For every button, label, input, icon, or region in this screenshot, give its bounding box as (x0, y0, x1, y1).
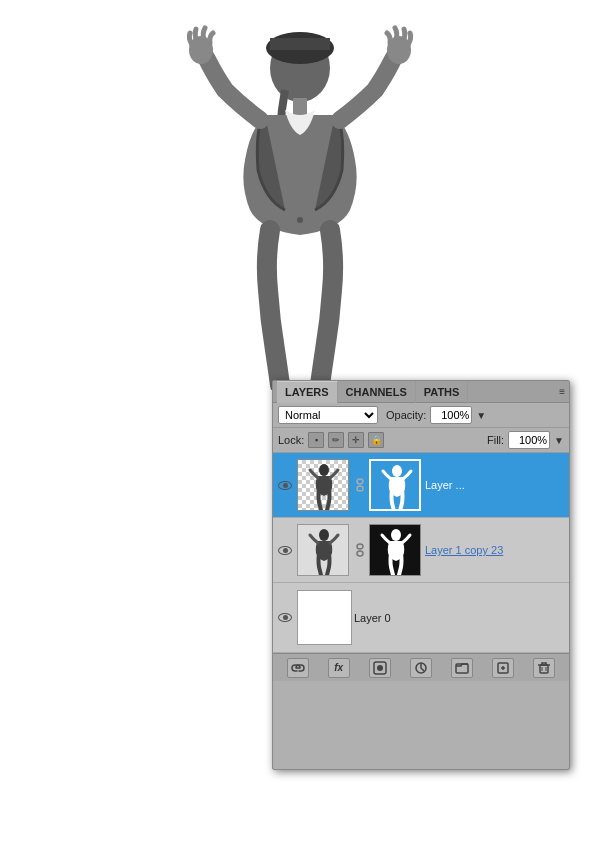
layer-1-mask-svg (371, 461, 421, 511)
layer-0-name: Layer 0 (354, 612, 566, 624)
fill-label: Fill: (487, 434, 504, 446)
tab-layers[interactable]: LAYERS (277, 381, 338, 403)
svg-rect-10 (357, 486, 363, 491)
svg-point-6 (297, 217, 303, 223)
group-icon (455, 661, 469, 675)
svg-point-21 (377, 665, 383, 671)
svg-rect-15 (357, 544, 363, 549)
adjustment-icon (414, 661, 428, 675)
svg-rect-16 (357, 551, 363, 556)
fx-icon: fx (334, 662, 343, 673)
layer-copy-thumb (297, 524, 349, 576)
layer-1-thumb-svg (298, 460, 349, 511)
bottom-toolbar: fx (273, 653, 569, 681)
tab-bar: LAYERS CHANNELS PATHS ≡ (273, 381, 569, 403)
layer-0-thumb (297, 590, 352, 645)
layer-1-chain (353, 478, 367, 492)
opacity-label: Opacity: (386, 409, 426, 421)
lock-paint-btn[interactable]: ✏ (328, 432, 344, 448)
link-icon (291, 661, 305, 675)
fill-input[interactable] (508, 431, 550, 449)
layer-row-0[interactable]: Layer 0 (273, 583, 569, 653)
svg-rect-9 (357, 479, 363, 484)
layer-copy-thumb-svg (298, 525, 349, 576)
svg-point-18 (391, 529, 401, 541)
tab-paths[interactable]: PATHS (416, 381, 469, 403)
add-mask-btn[interactable] (369, 658, 391, 678)
new-group-btn[interactable] (451, 658, 473, 678)
blend-mode-row: Normal Multiply Screen Opacity: ▼ (273, 403, 569, 428)
layers-list: Layer ... (273, 453, 569, 653)
fill-arrow[interactable]: ▼ (554, 435, 564, 446)
layer-copy-name: Layer 1 copy 23 (425, 544, 566, 556)
tab-channels[interactable]: CHANNELS (338, 381, 416, 403)
layer-copy-mask-svg (370, 525, 421, 576)
svg-rect-27 (540, 665, 548, 673)
svg-point-12 (392, 465, 402, 477)
layer-1-mask-thumb (369, 459, 421, 511)
canvas-area (0, 0, 600, 390)
layer-1-name: Layer ... (425, 479, 566, 491)
lock-label: Lock: (278, 434, 304, 446)
mask-icon (373, 661, 387, 675)
layer-copy-visibility[interactable] (276, 541, 294, 559)
lock-row: Lock: ▪ ✏ ✛ 🔒 Fill: ▼ (273, 428, 569, 453)
opacity-input[interactable] (430, 406, 472, 424)
opacity-arrow[interactable]: ▼ (476, 410, 486, 421)
delete-layer-btn[interactable] (533, 658, 555, 678)
link-layers-btn[interactable] (287, 658, 309, 678)
add-style-btn[interactable]: fx (328, 658, 350, 678)
layer-row-copy[interactable]: Layer 1 copy 23 (273, 518, 569, 583)
new-layer-icon (496, 661, 510, 675)
lock-transparency-btn[interactable]: ▪ (308, 432, 324, 448)
new-layer-btn[interactable] (492, 658, 514, 678)
lock-all-btn[interactable]: 🔒 (368, 432, 384, 448)
layer-0-visibility[interactable] (276, 609, 294, 627)
layer-copy-chain (353, 543, 367, 557)
lock-move-btn[interactable]: ✛ (348, 432, 364, 448)
chain-copy-svg (355, 543, 365, 557)
layer-copy-mask-thumb (369, 524, 421, 576)
svg-point-14 (319, 529, 329, 541)
layers-panel: LAYERS CHANNELS PATHS ≡ Normal Multiply … (272, 380, 570, 770)
layer-row-1[interactable]: Layer ... (273, 453, 569, 518)
new-adjustment-btn[interactable] (410, 658, 432, 678)
chain-icon-svg (355, 478, 365, 492)
svg-rect-2 (270, 38, 330, 50)
trash-icon (537, 661, 551, 675)
layer-1-visibility[interactable] (276, 476, 294, 494)
blend-mode-select[interactable]: Normal Multiply Screen (278, 406, 378, 424)
panel-menu-button[interactable]: ≡ (559, 386, 565, 397)
layer-1-thumb (297, 459, 349, 511)
person-figure (110, 0, 490, 390)
svg-point-8 (319, 464, 329, 476)
